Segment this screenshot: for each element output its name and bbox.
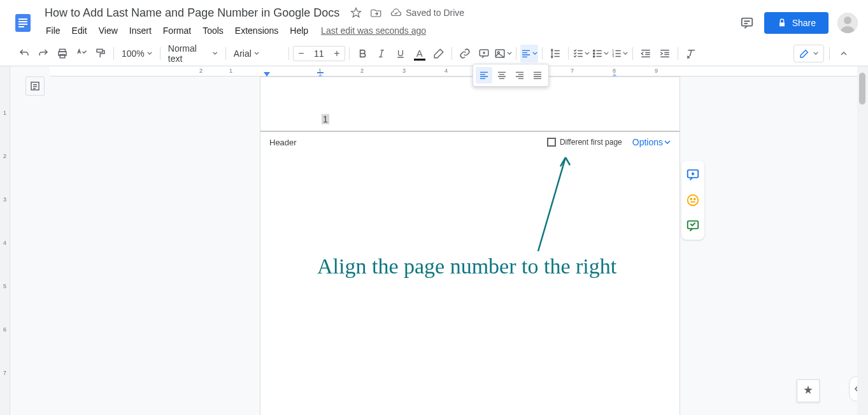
svg-text:3: 3	[613, 54, 615, 58]
highlight-button[interactable]	[430, 45, 448, 62]
text-color-button[interactable]: A	[411, 45, 429, 62]
add-comment-tool[interactable]	[685, 167, 701, 182]
toolbar: 100% Normal text Arial − + A 123	[0, 41, 868, 66]
zoom-select[interactable]: 100%	[118, 45, 156, 62]
insert-image-button[interactable]	[494, 45, 512, 62]
svg-rect-3	[18, 24, 27, 25]
insert-link-button[interactable]	[456, 45, 474, 62]
menu-extensions[interactable]: Extensions	[230, 23, 283, 38]
save-status[interactable]: Saved to Drive	[390, 7, 464, 18]
font-size-control: − +	[293, 46, 345, 61]
svg-rect-0	[15, 14, 31, 32]
different-first-page-checkbox[interactable]: Different first page	[547, 138, 622, 147]
svg-point-17	[594, 50, 595, 51]
align-center-option[interactable]	[494, 67, 510, 84]
checkbox-icon	[547, 138, 556, 147]
title-area: How to Add Last Name and Page Number in …	[41, 6, 739, 40]
menu-view[interactable]: View	[94, 23, 123, 38]
menu-format[interactable]: Format	[158, 23, 196, 38]
collapse-button[interactable]	[835, 45, 853, 62]
svg-point-26	[688, 195, 699, 206]
star-icon[interactable]	[350, 6, 362, 19]
vertical-scrollbar[interactable]	[857, 66, 868, 415]
menu-tools[interactable]: Tools	[197, 23, 229, 38]
header-bar: How to Add Last Name and Page Number in …	[0, 0, 868, 41]
align-popup	[473, 64, 549, 87]
side-tools	[681, 161, 704, 240]
font-size-increase[interactable]: +	[329, 46, 345, 61]
doc-title[interactable]: How to Add Last Name and Page Number in …	[41, 5, 343, 21]
docs-logo[interactable]	[10, 10, 36, 36]
bullet-list-button[interactable]	[592, 45, 609, 62]
emoji-tool[interactable]	[685, 193, 701, 208]
menu-bar: File Edit View Insert Format Tools Exten…	[41, 21, 739, 40]
paint-format-button[interactable]	[92, 45, 110, 62]
numbered-list-button[interactable]: 123	[611, 45, 629, 62]
last-edit-link[interactable]: Last edit was seconds ago	[321, 25, 426, 36]
align-right-option[interactable]	[511, 67, 528, 84]
svg-point-28	[694, 198, 695, 200]
menu-help[interactable]: Help	[285, 23, 313, 38]
scroll-thumb[interactable]	[859, 73, 865, 105]
suggest-tool[interactable]	[685, 218, 701, 233]
line-spacing-button[interactable]	[546, 45, 564, 62]
svg-rect-6	[779, 22, 785, 26]
align-justify-option[interactable]	[529, 67, 546, 84]
svg-rect-13	[97, 49, 103, 52]
undo-button[interactable]	[15, 45, 33, 62]
print-button[interactable]	[53, 45, 71, 62]
svg-point-27	[690, 198, 692, 200]
menu-insert[interactable]: Insert	[124, 23, 157, 38]
header-options-bar: Header Different first page Options	[260, 131, 679, 152]
comment-history-icon[interactable]	[739, 15, 755, 31]
svg-point-19	[594, 55, 595, 57]
pencil-icon	[799, 48, 809, 59]
italic-button[interactable]	[373, 45, 390, 62]
font-size-decrease[interactable]: −	[294, 46, 309, 61]
align-left-option[interactable]	[476, 67, 492, 84]
header-zone[interactable]: 1	[260, 77, 679, 131]
underline-button[interactable]	[392, 45, 409, 62]
move-icon[interactable]	[370, 6, 383, 19]
font-size-input[interactable]	[309, 48, 329, 59]
spellcheck-button[interactable]	[73, 45, 90, 62]
svg-point-18	[594, 52, 595, 54]
annotation-text: Align the page number to the right	[317, 254, 616, 279]
font-select[interactable]: Arial	[230, 45, 285, 62]
outline-toggle[interactable]	[25, 76, 45, 96]
user-avatar[interactable]	[837, 13, 858, 33]
style-select[interactable]: Normal text	[164, 45, 222, 62]
svg-rect-1	[18, 18, 27, 20]
vertical-ruler[interactable]: 1 2 3 4 5 6 7	[0, 66, 10, 415]
share-button[interactable]: Share	[764, 12, 829, 34]
redo-button[interactable]	[34, 45, 52, 62]
page[interactable]: 1 Header Different first page Options	[260, 76, 680, 415]
increase-indent-button[interactable]	[656, 45, 674, 62]
align-button[interactable]	[520, 45, 538, 62]
header-options-link[interactable]: Options	[632, 137, 671, 147]
menu-edit[interactable]: Edit	[67, 23, 92, 38]
svg-point-8	[844, 17, 851, 24]
lock-icon	[777, 18, 787, 28]
checklist-button[interactable]	[573, 45, 590, 62]
header-label: Header	[269, 138, 297, 147]
clear-format-button[interactable]	[682, 45, 700, 62]
horizontal-ruler[interactable]: 2 1 1 2 3 4 5 6 7 8 9	[50, 66, 868, 76]
insert-comment-button[interactable]	[475, 45, 493, 62]
canvas: 2 1 1 2 3 4 5 6 7 8 9 1 Header	[50, 66, 868, 415]
cloud-icon	[390, 7, 402, 18]
edit-mode-button[interactable]	[793, 45, 824, 62]
explore-button[interactable]	[797, 379, 820, 402]
decrease-indent-button[interactable]	[637, 45, 655, 62]
workspace: 1 2 3 4 5 6 7 2 1 1 2 3 4 5 6 7 8	[0, 66, 868, 415]
page-number[interactable]: 1	[322, 114, 329, 124]
svg-rect-4	[18, 26, 24, 27]
svg-rect-5	[741, 18, 752, 26]
svg-rect-2	[18, 21, 27, 22]
bold-button[interactable]	[353, 45, 371, 62]
menu-file[interactable]: File	[41, 23, 66, 38]
